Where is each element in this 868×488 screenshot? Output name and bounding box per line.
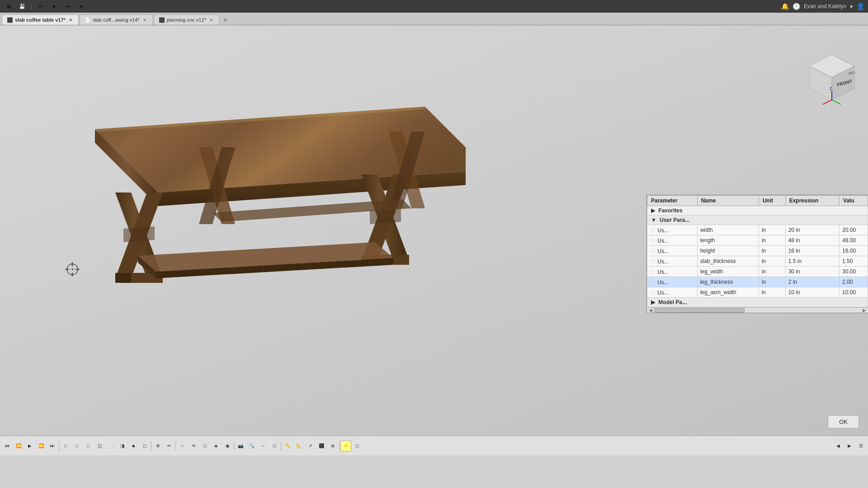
view-mode-6[interactable]: ◨ (117, 441, 127, 451)
view-mode-2[interactable]: □ (71, 441, 82, 451)
notification-btn[interactable]: 🔔 (781, 3, 789, 10)
star-leg-asm-width[interactable]: ☆ (650, 289, 656, 296)
last-view-btn[interactable]: ⏭ (47, 441, 58, 451)
expr-width[interactable]: 20 in (785, 225, 839, 235)
save-icon[interactable]: 💾 (17, 1, 27, 11)
nav-cube[interactable]: FRONT RIG Z (800, 48, 863, 107)
solid-mode-btn[interactable]: ■ (128, 441, 139, 451)
viewport-3d[interactable]: FRONT RIG Z (0, 25, 868, 455)
measure-btn-3[interactable]: ↗ (305, 441, 316, 451)
measure-btn-4[interactable]: ⬛ (316, 441, 327, 451)
star-length[interactable]: ☆ (650, 237, 656, 244)
model-params-label: Model Pa... (658, 299, 687, 305)
param-row-height[interactable]: ☆ Us... height in 16 in 16.00 (647, 246, 868, 256)
tab-close-1[interactable]: ✕ (67, 17, 74, 23)
section-favorites[interactable]: ▶ Favorites (647, 206, 868, 216)
unit-height: in (759, 246, 785, 256)
tool-btn-2[interactable]: ⟲ (188, 441, 199, 451)
redo-dropdown-btn[interactable]: ▾ (76, 1, 86, 11)
svg-marker-12 (123, 226, 155, 242)
favorites-expand-icon[interactable]: ▶ (651, 207, 655, 214)
view-mode-4[interactable]: ◫ (94, 441, 105, 451)
tab-slab-coffee-table[interactable]: ⬛ slab coffee table v17* ✕ (2, 14, 79, 25)
user-params-label: User Para... (660, 217, 689, 223)
section-user-params[interactable]: ▼ User Para... (647, 216, 868, 225)
star-width[interactable]: ☆ (650, 226, 656, 234)
first-view-btn[interactable]: ⏮ (2, 441, 13, 451)
view-mode-5[interactable]: ⬜ (105, 441, 116, 451)
svg-marker-14 (115, 273, 131, 283)
extra-right-1[interactable]: ◀ (833, 441, 844, 451)
add-tab-btn[interactable]: + (220, 15, 230, 25)
param-row-leg-width[interactable]: ☆ Us... leg_width in 30 in 30.00 (647, 267, 868, 277)
col-unit: Unit (759, 196, 785, 206)
star-slab-thickness[interactable]: ☆ (650, 258, 656, 265)
col-expression: Expression (785, 196, 839, 206)
expr-leg-width[interactable]: 30 in (785, 267, 839, 277)
param-row-length[interactable]: ☆ Us... length in 48 in 48.00 (647, 235, 868, 246)
undo-btn[interactable]: ↩ (36, 1, 46, 11)
tab-close-3[interactable]: ✕ (208, 17, 214, 23)
tab-label-2: slab coff...awing v14* (93, 17, 140, 23)
settings-btn-1[interactable]: ⚙ (152, 441, 163, 451)
measure-btn-2[interactable]: 📐 (293, 441, 304, 451)
main-viewport: FRONT RIG Z (0, 25, 868, 455)
measure-btn-1[interactable]: 📏 (282, 441, 293, 451)
measure-btn-5[interactable]: ⊕ (327, 441, 338, 451)
grid-icon[interactable]: ⊞ (4, 1, 14, 11)
star-height[interactable]: ☆ (650, 247, 656, 254)
param-row-leg-asm-width[interactable]: ☆ Us... leg_asm_width in 10 in 10.00 (647, 287, 868, 298)
ok-button[interactable]: OK (828, 415, 859, 428)
tab-icon-3: ⬛ (159, 17, 165, 23)
undo-dropdown-btn[interactable]: ▾ (49, 1, 59, 11)
col-parameter: Parameter (647, 196, 698, 206)
user-params-expand-icon[interactable]: ▼ (651, 217, 656, 223)
cam-btn-2[interactable]: 🔍 (246, 441, 257, 451)
wire-mode-btn[interactable]: ◻ (139, 441, 150, 451)
star-leg-thickness[interactable]: ☆ (650, 278, 656, 286)
param-row-width[interactable]: ☆ Us... width in 20 in 20.00 (647, 225, 868, 235)
expr-leg-thickness[interactable]: 2 in (785, 277, 839, 287)
settings-btn-2[interactable]: ✏ (164, 441, 175, 451)
param-row-leg-thickness[interactable]: ☆ Us... leg_thickness in 2 in 2.00 (647, 277, 868, 287)
play-btn[interactable]: ▶ (24, 441, 35, 451)
tool-extra-btn[interactable]: ◻ (352, 441, 363, 451)
tab-slab-drawing[interactable]: 📄 slab coff...awing v14* ✕ (80, 14, 153, 25)
cam-btn-3[interactable]: ↔ (258, 441, 269, 451)
cam-btn-1[interactable]: 📷 (235, 441, 246, 451)
param-scrollbar-thumb[interactable] (654, 308, 745, 313)
expr-slab-thickness[interactable]: 1.5 in (785, 256, 839, 267)
tab-close-2[interactable]: ✕ (142, 17, 148, 23)
tool-btn-5[interactable]: ◉ (222, 441, 233, 451)
next-view-btn[interactable]: ⏩ (36, 441, 47, 451)
tool-btn-3[interactable]: ⬡ (199, 441, 210, 451)
param-scrollbar[interactable]: ◀ ▶ (647, 307, 868, 313)
account-icon[interactable]: 👤 (857, 3, 864, 10)
tab-planning-cnc[interactable]: ⬛ planning-cnc v11* ✕ (154, 14, 219, 25)
star-leg-width[interactable]: ☆ (650, 268, 656, 275)
redo-btn[interactable]: ↪ (63, 1, 73, 11)
expr-height[interactable]: 16 in (785, 246, 839, 256)
extra-right-2[interactable]: ▶ (844, 441, 855, 451)
extra-right-3[interactable]: ☰ (855, 441, 866, 451)
view-mode-3[interactable]: □ (83, 441, 94, 451)
param-table-body: ▶ Favorites ▼ User Para... ☆ Us... (647, 206, 868, 307)
prev-view-btn[interactable]: ⏪ (13, 441, 24, 451)
section-model-params[interactable]: ▶ Model Pa... (647, 298, 868, 307)
active-tool-btn[interactable]: ⚡ (340, 441, 351, 451)
expr-length[interactable]: 48 in (785, 235, 839, 246)
model-params-expand-icon[interactable]: ▶ (651, 299, 655, 305)
val-width: 20.00 (840, 225, 868, 235)
clock-btn[interactable]: 🕐 (793, 3, 800, 10)
view-mode-1[interactable]: □ (60, 441, 71, 451)
tool-btn-4[interactable]: ◈ (211, 441, 222, 451)
expr-leg-asm-width[interactable]: 10 in (785, 287, 839, 298)
name-length: length (697, 235, 759, 246)
titlebar-left: ⊞ 💾 | ↩ ▾ ↪ ▾ (4, 1, 86, 11)
tool-btn-1[interactable]: ○ (177, 441, 188, 451)
cam-btn-4[interactable]: ⬡ (269, 441, 280, 451)
source-width: Us... (657, 227, 669, 234)
param-row-slab-thickness[interactable]: ☆ Us... slab_thickness in 1.5 in 1.50 (647, 256, 868, 267)
user-dropdown-btn[interactable]: ▾ (850, 3, 853, 10)
name-height: height (697, 246, 759, 256)
